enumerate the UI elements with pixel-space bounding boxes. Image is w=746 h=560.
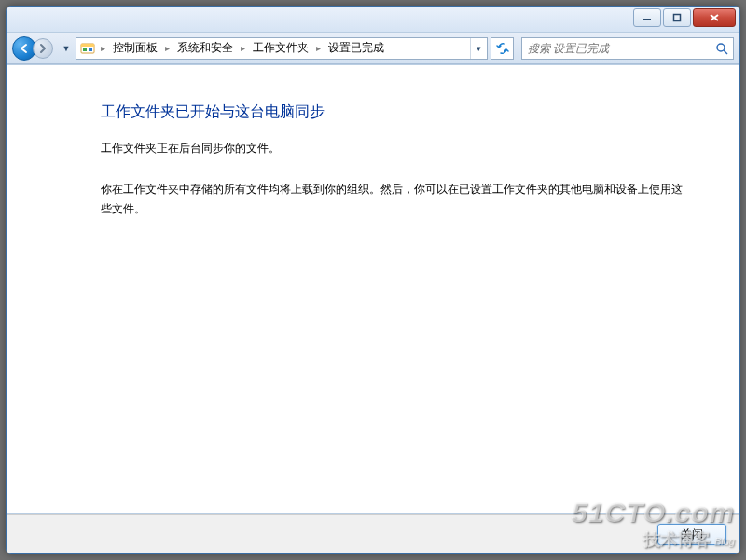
toolbar: ▼ ▸ 控制面板 ▸ 系统和安全 ▸ 工作文件夹 ▸ 设置已完成 ▾ [7,33,739,64]
svg-rect-7 [89,48,92,51]
close-button[interactable]: 关闭 [657,524,726,545]
maximize-button[interactable] [663,8,691,27]
location-icon [78,39,97,58]
breadcrumb-item[interactable]: 控制面板 [107,38,163,59]
content-paragraph: 你在工作文件夹中存储的所有文件均将上载到你的组织。然后，你可以在已设置工作文件夹… [101,180,683,218]
search-input[interactable] [522,38,711,59]
address-dropdown[interactable]: ▾ [470,38,487,59]
svg-rect-5 [81,44,94,47]
minimize-button[interactable] [633,8,661,27]
refresh-button[interactable] [491,37,514,60]
svg-line-9 [724,50,727,54]
breadcrumb-item[interactable]: 系统和安全 [172,38,239,59]
svg-rect-6 [83,48,87,51]
forward-button[interactable] [33,38,53,59]
breadcrumb-item[interactable]: 设置已完成 [323,38,390,59]
window-close-button[interactable] [693,8,736,27]
bottom-bar: 关闭 [7,514,739,553]
titlebar [7,7,739,33]
search-box[interactable] [521,37,734,60]
chevron-right-icon: ▸ [99,43,107,53]
chevron-right-icon: ▸ [239,43,247,53]
page-heading: 工作文件夹已开始与这台电脑同步 [101,102,683,122]
content-paragraph: 工作文件夹正在后台同步你的文件。 [101,139,683,157]
address-bar[interactable]: ▸ 控制面板 ▸ 系统和安全 ▸ 工作文件夹 ▸ 设置已完成 ▾ [76,37,488,60]
svg-point-8 [717,44,725,51]
nav-history-dropdown[interactable]: ▼ [61,37,72,60]
nav-buttons [12,35,57,61]
chevron-right-icon: ▸ [163,43,172,53]
chevron-right-icon: ▸ [314,43,323,53]
svg-rect-1 [674,15,681,21]
search-icon[interactable] [711,38,733,59]
breadcrumb-item[interactable]: 工作文件夹 [247,38,314,59]
content-area: 工作文件夹已开始与这台电脑同步 工作文件夹正在后台同步你的文件。 你在工作文件夹… [7,64,739,514]
window-frame: ▼ ▸ 控制面板 ▸ 系统和安全 ▸ 工作文件夹 ▸ 设置已完成 ▾ [6,6,740,554]
